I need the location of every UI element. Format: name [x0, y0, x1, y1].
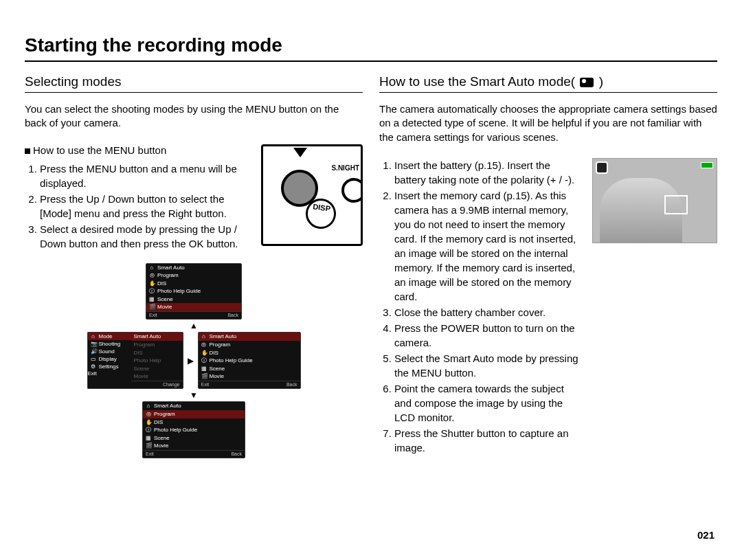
column-selecting-modes: Selecting modes You can select the shoot…	[25, 74, 363, 458]
menu-card-top: ⌂Smart Auto ◎Program ✋DIS ⓘPhoto Help Gu…	[146, 263, 242, 320]
scene-icon: ▦	[201, 366, 207, 372]
sound-icon: 🔊	[91, 348, 96, 355]
step-3: Select a desired mode by pressing the Up…	[40, 222, 254, 251]
bullet-square-icon	[25, 148, 30, 154]
program-icon: ◎	[149, 272, 155, 279]
button-circle	[341, 178, 363, 203]
heading-smart-auto: How to use the Smart Auto mode( )	[379, 74, 717, 93]
triangle-down-icon: ▼	[190, 390, 198, 400]
menu-card-program: ⌂Smart Auto ◎Program ✋DIS ⓘPhoto Help Gu…	[142, 401, 245, 458]
dis-icon: ✋	[201, 350, 207, 357]
movie-icon: 🎬	[201, 373, 207, 380]
page-title: Starting the recording mode	[25, 34, 717, 62]
step-2: Press the Up / Down button to select the…	[40, 192, 254, 221]
dis-icon: ✋	[149, 280, 155, 287]
sa-step-4: Press the POWER button to turn on the ca…	[394, 321, 583, 350]
sa-step-5: Select the Smart Auto mode by pressing t…	[394, 351, 583, 380]
intro-smart-auto: The camera automatically chooses the app…	[379, 102, 717, 144]
smart-auto-icon: ⌂	[149, 265, 155, 271]
triangle-right-icon: ▶	[188, 356, 194, 366]
dis-icon: ✋	[146, 419, 151, 426]
program-icon: ◎	[201, 341, 207, 348]
program-icon: ◎	[146, 411, 151, 418]
arrow-down-icon	[293, 148, 307, 157]
sa-step-6: Point the camera towards the subject and…	[394, 381, 583, 425]
guide-icon: ⓘ	[146, 427, 151, 434]
smart-auto-badge-icon	[596, 161, 608, 174]
step-1: Press the MENU button and a menu will be…	[40, 161, 254, 190]
camera-back-diagram: S.NIGHT DISP	[261, 144, 363, 246]
triangle-up-icon: ▲	[190, 321, 198, 331]
heading-selecting-modes: Selecting modes	[25, 74, 363, 93]
sa-step-2: Insert the memory card (p.15). As this c…	[394, 188, 583, 304]
menu-side-right: Smart Auto Program DIS Photo Help Scene …	[131, 332, 183, 389]
settings-icon: ⚙	[91, 363, 96, 370]
sa-step-3: Close the battery chamber cover.	[394, 305, 583, 320]
menu-side-pane: ⌂Mode 📷Shooting 🔊Sound ▭Display ⚙Setting…	[87, 332, 131, 389]
subheading-menu-button: How to use the MENU button	[25, 144, 254, 156]
smart-auto-mode-icon	[580, 78, 594, 87]
movie-icon: 🎬	[146, 443, 151, 449]
intro-selecting-modes: You can select the shooting modes by usi…	[25, 102, 363, 131]
menu-card-smartauto: ⌂Smart Auto ◎Program ✋DIS ⓘPhoto Help Gu…	[198, 332, 301, 389]
scene-icon: ▦	[149, 296, 155, 303]
battery-icon	[701, 162, 713, 168]
smart-auto-icon: ⌂	[146, 403, 151, 410]
page-number: 021	[697, 529, 715, 541]
lcd-preview-thumbnail	[592, 158, 717, 243]
mode-icon: ⌂	[91, 333, 96, 339]
shooting-icon: 📷	[91, 341, 96, 347]
steps-smart-auto: Insert the battery (p.15). Insert the ba…	[379, 158, 583, 455]
smart-auto-icon: ⌂	[201, 333, 207, 340]
column-smart-auto: How to use the Smart Auto mode( ) The ca…	[379, 74, 717, 458]
guide-icon: ⓘ	[149, 288, 155, 295]
label-snight: S.NIGHT	[331, 164, 359, 172]
focus-box-icon	[664, 195, 688, 214]
menu-screenshots: ⌂Smart Auto ◎Program ✋DIS ⓘPhoto Help Gu…	[25, 263, 363, 459]
sa-step-1: Insert the battery (p.15). Insert the ba…	[394, 158, 583, 187]
sa-step-7: Press the Shutter button to capture an i…	[394, 426, 583, 455]
scene-icon: ▦	[146, 435, 151, 442]
guide-icon: ⓘ	[201, 357, 207, 364]
movie-icon: 🎬	[149, 304, 155, 311]
steps-menu-button: Press the MENU button and a menu will be…	[25, 161, 254, 251]
menu-combo-side: ⌂Mode 📷Shooting 🔊Sound ▭Display ⚙Setting…	[87, 332, 183, 389]
display-icon: ▭	[91, 356, 96, 362]
